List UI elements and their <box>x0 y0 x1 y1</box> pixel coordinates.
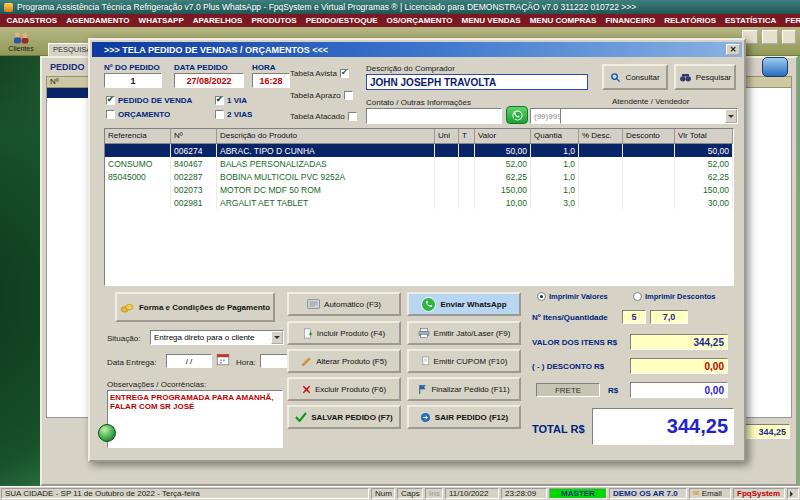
order-date-field[interactable]: 27/08/2022 <box>174 73 244 88</box>
window-titlebar[interactable]: Programa Assistência Técnica Refrigeraçã… <box>0 0 800 14</box>
cell-total: 50,00 <box>675 144 733 157</box>
via1-checkbox[interactable]: 1 VIA <box>215 96 247 105</box>
menu-item[interactable]: PRODUTOS <box>247 16 301 25</box>
contact-input[interactable] <box>366 108 502 124</box>
situacao-value: Entrega direto para o cliente <box>154 333 255 342</box>
menu-item[interactable]: FERRAMENTAS <box>781 16 800 25</box>
statusbar-arrows[interactable] <box>787 488 799 499</box>
menu-item[interactable]: APARELHOS <box>188 16 247 25</box>
statusbar-email-button[interactable]: Email <box>689 488 731 499</box>
background-grid-selected-row[interactable] <box>47 88 93 98</box>
total-label: TOTAL R$ <box>532 423 585 435</box>
orcamento-checkbox[interactable]: ORÇAMENTO <box>106 110 170 119</box>
col-header: Uni <box>435 129 459 143</box>
close-icon[interactable]: ✕ <box>726 44 740 55</box>
statusbar-ins: Ins <box>425 488 443 499</box>
table-row[interactable]: 002981 ARGALIT AET TABLET 10,00 3,0 30,0… <box>105 196 733 209</box>
calendar-icon[interactable] <box>216 352 230 366</box>
background-window-caption: PEDIDO <box>50 62 85 72</box>
order-no-field[interactable]: 1 <box>104 73 162 88</box>
incluir-produto-button[interactable]: Incluir Produto (F4) <box>287 321 401 345</box>
chevron-down-icon[interactable] <box>271 331 283 344</box>
toolbar-icon[interactable] <box>762 30 778 44</box>
tabela-avista-checkbox[interactable]: Tabela Avista <box>290 69 349 78</box>
emitir-jato-button[interactable]: Emitir Jato/Laser (F9) <box>407 321 521 345</box>
menu-item[interactable]: AGENDAMENTO <box>62 16 134 25</box>
side-panel-button[interactable] <box>762 57 788 77</box>
pagamento-button[interactable]: Forma e Condições de Pagamento <box>115 292 275 322</box>
pedido-vendas-dialog: >>> TELA PEDIDO DE VENDAS / ORÇAMENTOS <… <box>88 38 746 462</box>
radio-icon <box>633 292 642 301</box>
frete-label-box: FRETE <box>536 383 600 397</box>
cell-t <box>459 144 475 157</box>
sair-pedido-button[interactable]: SAIR PEDIDO (F12) <box>407 405 521 429</box>
cell-total: 52,00 <box>675 157 733 170</box>
whatsapp-icon <box>421 297 436 312</box>
binoculars-icon <box>679 73 692 82</box>
whatsapp-icon <box>512 110 523 121</box>
menu-item[interactable]: FINANCEIRO <box>601 16 660 25</box>
emitir-cupom-button[interactable]: Emitir CUPOM (F10) <box>407 349 521 373</box>
whatsapp-dial-button[interactable] <box>506 106 528 124</box>
dialog-titlebar[interactable]: >>> TELA PEDIDO DE VENDAS / ORÇAMENTOS <… <box>92 42 742 57</box>
salvar-pedido-button[interactable]: SALVAR PEDIDO (F7) <box>287 405 401 429</box>
table-row[interactable]: CONSUMO 840467 BALAS PERSONALIZADAS 52,0… <box>105 157 733 170</box>
menu-item[interactable]: ESTATÍSTICA <box>721 16 781 25</box>
tabela-atacado-checkbox[interactable]: Tabela Atacado <box>290 112 357 121</box>
col-header: Quantia <box>531 129 579 143</box>
via2-checkbox[interactable]: 2 VIAS <box>215 110 252 119</box>
incluir-label: Incluir Produto (F4) <box>317 329 385 338</box>
order-time-field[interactable]: 16:28 <box>252 73 290 88</box>
menu-item[interactable]: RELATÓRIOS <box>660 16 721 25</box>
atendente-select[interactable] <box>560 108 738 124</box>
data-entrega-field[interactable]: / / <box>166 354 212 368</box>
menu-item[interactable]: WHATSAPP <box>134 16 188 25</box>
menu-item[interactable]: CADASTROS <box>2 16 62 25</box>
table-row[interactable]: 85045000 002287 BOBINA MULTICOIL PVC 925… <box>105 170 733 183</box>
imprimir-descontos-radio[interactable]: Imprimir Descontos <box>633 292 715 301</box>
automatico-button[interactable]: Automático (F3) <box>287 292 401 316</box>
add-document-icon <box>303 328 313 339</box>
cell-pdesc <box>579 144 623 157</box>
table-row[interactable]: 006274 ABRAC. TIPO D CUNHA 50,00 1,0 50,… <box>105 144 733 157</box>
cell-pdesc <box>579 157 623 170</box>
frete-field[interactable]: 0,00 <box>630 382 728 398</box>
alterar-produto-button[interactable]: Alterar Produto (F5) <box>287 349 401 373</box>
statusbar-caps: Caps <box>397 488 423 499</box>
cell-valor: 150,00 <box>475 183 531 196</box>
chevron-down-icon[interactable] <box>725 109 737 123</box>
consultar-button[interactable]: Consultar <box>602 64 668 90</box>
toolbar-icon[interactable] <box>782 30 796 44</box>
cell-quantia: 3,0 <box>531 196 579 209</box>
obs-textarea[interactable]: ENTREGA PROGRAMADA PARA AMANHÃ, FALAR CO… <box>107 390 283 448</box>
menu-item[interactable]: OS/ORÇAMENTO <box>382 16 457 25</box>
menu-item[interactable]: MENU COMPRAS <box>525 16 601 25</box>
search-icon <box>610 72 621 83</box>
finalizar-label: Finalizar Pedido (F11) <box>431 385 509 394</box>
menu-item[interactable]: PEDIDO/ESTOQUE <box>301 16 382 25</box>
table-row[interactable]: 002073 MOTOR DC MDF 50 ROM 150,00 1,0 15… <box>105 183 733 196</box>
buyer-input[interactable] <box>366 74 588 90</box>
pesquisar-button[interactable]: Pesquisar <box>674 64 736 90</box>
emitir-jato-label: Emitir Jato/Laser (F9) <box>434 329 511 338</box>
cell-quantia: 1,0 <box>531 170 579 183</box>
cell-quantia: 1,0 <box>531 157 579 170</box>
cell-numero: 840467 <box>171 157 217 170</box>
col-header: Desconto <box>623 129 675 143</box>
pedido-venda-checkbox[interactable]: PEDIDO DE VENDA <box>106 96 192 105</box>
products-table[interactable]: Referencia Nº Descrição do Produto Uni T… <box>104 128 734 286</box>
tabela-aprazo-checkbox[interactable]: Tabela Aprazo <box>290 91 353 100</box>
round-green-button[interactable] <box>98 424 116 442</box>
situacao-select[interactable]: Entrega direto para o cliente <box>150 330 284 345</box>
imprimir-valores-radio[interactable]: Imprimir Valores <box>537 292 608 301</box>
clientes-button[interactable]: Clientes <box>2 28 40 54</box>
background-grid-col-no: Nº <box>47 77 92 87</box>
cell-referencia <box>105 144 171 157</box>
menu-item[interactable]: MENU VENDAS <box>457 16 525 25</box>
cell-pdesc <box>579 170 623 183</box>
enviar-whatsapp-button[interactable]: Enviar WhatsApp <box>407 292 521 316</box>
finalizar-pedido-button[interactable]: Finalizar Pedido (F11) <box>407 377 521 401</box>
excluir-produto-button[interactable]: Excluir Produto (F6) <box>287 377 401 401</box>
window-title: Programa Assistência Técnica Refrigeraçã… <box>17 2 636 12</box>
app-icon <box>4 3 13 12</box>
